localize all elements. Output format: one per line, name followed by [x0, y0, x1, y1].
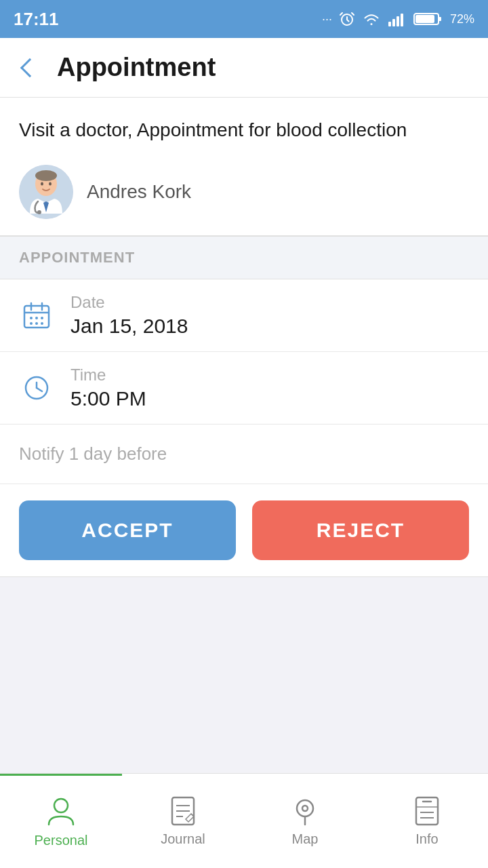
- svg-rect-1: [388, 22, 391, 26]
- notify-text: Notify 1 day before: [19, 443, 167, 464]
- reject-button[interactable]: REJECT: [252, 500, 469, 560]
- svg-point-34: [302, 806, 308, 811]
- svg-point-18: [30, 317, 33, 319]
- svg-point-12: [41, 182, 43, 186]
- appointment-section-header: APPOINTMENT: [0, 236, 488, 279]
- page-title: Appointment: [57, 53, 216, 82]
- nav-label-info: Info: [415, 831, 438, 847]
- doctor-section: Andres Kork: [0, 157, 488, 236]
- status-time: 17:11: [14, 9, 59, 30]
- person-icon: [45, 796, 77, 829]
- clock-icon: [19, 370, 54, 406]
- nav-item-map[interactable]: Map: [244, 774, 366, 868]
- time-value: 5:00 PM: [70, 387, 146, 410]
- map-icon: [289, 795, 321, 827]
- section-header-label: APPOINTMENT: [19, 249, 135, 266]
- time-field-content: Time 5:00 PM: [70, 366, 146, 410]
- svg-point-11: [37, 210, 41, 214]
- notify-row: Notify 1 day before: [0, 425, 488, 484]
- nav-label-personal: Personal: [35, 833, 88, 848]
- nav-item-info[interactable]: Info: [366, 774, 488, 868]
- date-field-content: Date Jan 15, 2018: [70, 293, 188, 338]
- avatar: [19, 165, 73, 219]
- svg-point-33: [297, 800, 313, 816]
- doctor-name: Andres Kork: [87, 181, 191, 203]
- time-field-row: Time 5:00 PM: [0, 352, 488, 425]
- nav-item-journal[interactable]: Journal: [122, 774, 244, 868]
- nav-header: Appointment: [0, 38, 488, 98]
- back-chevron-icon: [20, 58, 39, 77]
- svg-rect-2: [392, 19, 395, 26]
- svg-point-20: [41, 317, 43, 319]
- date-label: Date: [70, 293, 188, 312]
- journal-icon: [167, 795, 199, 827]
- svg-point-10: [35, 170, 57, 181]
- info-icon: [411, 795, 443, 827]
- svg-point-23: [41, 322, 43, 325]
- alarm-icon: [339, 11, 355, 27]
- nav-item-personal[interactable]: Personal: [0, 774, 122, 868]
- date-field-row: Date Jan 15, 2018: [0, 279, 488, 352]
- description-section: Visit a doctor, Appointment for blood co…: [0, 98, 488, 157]
- status-icons: ··· 72%: [322, 11, 474, 27]
- svg-point-21: [30, 322, 33, 325]
- nav-label-journal: Journal: [161, 831, 205, 847]
- action-section: ACCEPT REJECT: [0, 484, 488, 577]
- svg-rect-7: [415, 15, 434, 23]
- battery-percent: 72%: [450, 12, 474, 26]
- svg-point-22: [35, 322, 38, 325]
- svg-point-13: [49, 182, 52, 186]
- accept-button[interactable]: ACCEPT: [19, 500, 236, 560]
- svg-rect-6: [439, 17, 441, 21]
- description-text: Visit a doctor, Appointment for blood co…: [19, 119, 407, 140]
- svg-rect-3: [396, 16, 399, 26]
- empty-space: [0, 577, 488, 753]
- status-bar: 17:11 ··· 72%: [0, 0, 488, 38]
- svg-rect-4: [401, 14, 403, 26]
- battery-icon: [413, 11, 443, 27]
- wifi-icon: [362, 11, 381, 27]
- svg-line-26: [37, 388, 42, 391]
- date-value: Jan 15, 2018: [70, 315, 188, 338]
- back-button[interactable]: [14, 52, 46, 84]
- bottom-nav: Personal Journal Map In: [0, 773, 488, 868]
- signal-icon: [388, 11, 407, 27]
- calendar-icon: [19, 298, 54, 333]
- svg-point-27: [54, 799, 68, 812]
- time-label: Time: [70, 366, 146, 384]
- dots-icon: ···: [322, 12, 332, 26]
- doctor-avatar-image: [19, 165, 73, 219]
- nav-label-map: Map: [292, 831, 319, 847]
- svg-point-19: [35, 317, 38, 319]
